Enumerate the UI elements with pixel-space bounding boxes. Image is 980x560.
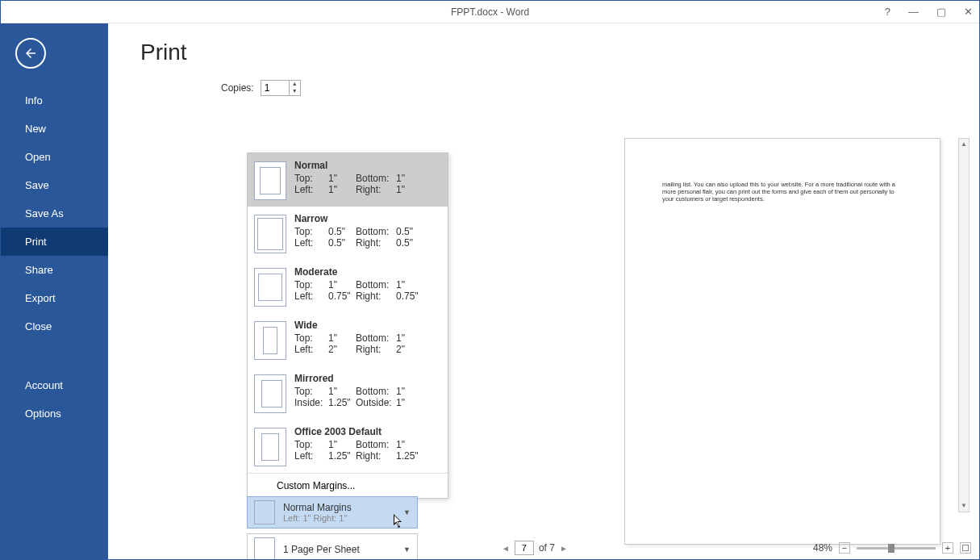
backstage-sidebar: InfoNewOpenSaveSave AsPrintShareExportCl… xyxy=(1,23,108,559)
margins-button-title: Normal Margins xyxy=(283,502,395,513)
prev-page-icon[interactable]: ◄ xyxy=(502,544,510,553)
zoom-fit-button[interactable] xyxy=(960,542,971,554)
margin-option-name: Wide xyxy=(294,320,441,331)
sidebar-item-save[interactable]: Save xyxy=(1,171,108,199)
margin-option-normal[interactable]: NormalTop:1"Bottom:1"Left:1"Right:1" xyxy=(248,153,448,207)
margin-option-name: Mirrored xyxy=(294,373,441,384)
back-button[interactable] xyxy=(15,38,46,69)
margin-option-name: Narrow xyxy=(294,213,441,224)
margin-preset-icon xyxy=(254,374,286,413)
margin-preset-icon xyxy=(254,161,286,200)
margins-button-sub: Left: 1" Right: 1" xyxy=(283,513,395,523)
margin-option-mirrored[interactable]: MirroredTop:1"Bottom:1"Inside:1.25"Outsi… xyxy=(248,366,448,420)
scroll-up-icon[interactable]: ▲ xyxy=(959,139,969,150)
zoom-out-button[interactable]: − xyxy=(839,542,850,554)
maximize-icon[interactable]: ▢ xyxy=(936,6,946,18)
margins-button[interactable]: Normal Margins Left: 1" Right: 1" ▼ xyxy=(247,496,418,529)
margin-preset-icon xyxy=(254,428,286,466)
custom-margins-item[interactable]: Custom Margins... xyxy=(248,473,448,498)
preview-scrollbar[interactable]: ▲ ▼ xyxy=(958,138,970,512)
preview-text: mailing list. You can also upload this t… xyxy=(662,181,903,203)
title-bar: FPPT.docx - Word ? — ▢ ✕ xyxy=(1,1,979,23)
zoom-in-button[interactable]: + xyxy=(942,542,953,554)
copies-label: Copies: xyxy=(221,82,254,94)
preview-page: mailing list. You can also upload this t… xyxy=(624,138,940,545)
zoom-slider[interactable] xyxy=(857,547,936,550)
minimize-icon[interactable]: — xyxy=(908,6,919,18)
margin-option-name: Moderate xyxy=(294,266,441,278)
print-pane: Print Copies: ▲▼ NormalTop:1"Bottom:1"Le… xyxy=(108,23,979,559)
margin-option-wide[interactable]: WideTop:1"Bottom:1"Left:2"Right:2" xyxy=(248,313,448,366)
margin-preset-icon xyxy=(254,268,286,307)
sidebar-item-save-as[interactable]: Save As xyxy=(1,199,108,228)
margin-option-moderate[interactable]: ModerateTop:1"Bottom:1"Left:0.75"Right:0… xyxy=(248,260,448,313)
margins-icon xyxy=(254,500,275,524)
chevron-down-icon: ▼ xyxy=(403,545,411,554)
sheet-icon xyxy=(254,537,275,560)
preview-footer: ◄ of 7 ► 48% − + xyxy=(471,538,979,558)
page-title: Print xyxy=(140,40,979,65)
copies-spinner[interactable]: ▲▼ xyxy=(261,80,301,96)
sidebar-item-new[interactable]: New xyxy=(1,115,108,143)
margin-option-name: Office 2003 Default xyxy=(294,426,441,437)
margins-dropdown[interactable]: NormalTop:1"Bottom:1"Left:1"Right:1"Narr… xyxy=(247,153,448,499)
print-preview: mailing list. You can also upload this t… xyxy=(471,72,970,537)
sidebar-item-share[interactable]: Share xyxy=(1,256,108,284)
spinner-down-icon[interactable]: ▼ xyxy=(290,88,300,95)
margin-option-office-2003-default[interactable]: Office 2003 DefaultTop:1"Bottom:1"Left:1… xyxy=(248,420,448,473)
next-page-icon[interactable]: ► xyxy=(560,544,568,553)
close-icon[interactable]: ✕ xyxy=(964,6,973,18)
sidebar-item-close[interactable]: Close xyxy=(1,312,108,341)
page-number-input[interactable] xyxy=(515,541,534,555)
sidebar-item-options[interactable]: Options xyxy=(1,399,108,428)
margin-option-narrow[interactable]: NarrowTop:0.5"Bottom:0.5"Left:0.5"Right:… xyxy=(248,207,448,260)
sidebar-item-info[interactable]: Info xyxy=(1,86,108,115)
margin-preset-icon xyxy=(254,215,286,253)
pages-per-sheet-title: 1 Page Per Sheet xyxy=(283,544,395,555)
help-icon[interactable]: ? xyxy=(885,6,890,18)
spinner-up-icon[interactable]: ▲ xyxy=(290,81,300,88)
pages-per-sheet-button[interactable]: 1 Page Per Sheet ▼ xyxy=(247,533,418,560)
margin-option-name: Normal xyxy=(294,160,441,171)
zoom-percent: 48% xyxy=(813,542,832,554)
chevron-down-icon: ▼ xyxy=(403,508,411,516)
sidebar-item-account[interactable]: Account xyxy=(1,371,108,399)
copies-input[interactable] xyxy=(261,81,289,95)
scroll-down-icon[interactable]: ▼ xyxy=(959,500,969,512)
margin-preset-icon xyxy=(254,321,286,360)
document-title: FPPT.docx - Word xyxy=(451,6,529,18)
sidebar-item-print[interactable]: Print xyxy=(1,228,108,256)
sidebar-item-open[interactable]: Open xyxy=(1,143,108,171)
page-total: of 7 xyxy=(539,542,555,554)
sidebar-item-export[interactable]: Export xyxy=(1,284,108,312)
